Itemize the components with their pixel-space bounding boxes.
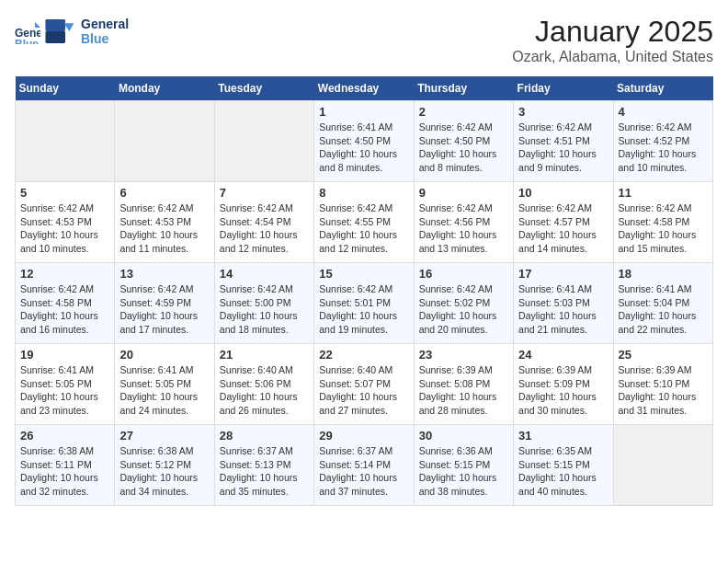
day-info: Sunrise: 6:40 AMSunset: 5:07 PMDaylight:… (319, 363, 408, 418)
week-row-2: 5Sunrise: 6:42 AMSunset: 4:53 PMDaylight… (16, 182, 713, 263)
calendar-cell: 11Sunrise: 6:42 AMSunset: 4:58 PMDayligh… (613, 182, 712, 263)
weekday-header-row: SundayMondayTuesdayWednesdayThursdayFrid… (16, 76, 713, 101)
page-header: General Blue General Blue January 2025 O… (15, 15, 713, 65)
calendar-cell: 17Sunrise: 6:41 AMSunset: 5:03 PMDayligh… (514, 263, 613, 344)
day-info: Sunrise: 6:42 AMSunset: 4:56 PMDaylight:… (419, 201, 508, 256)
calendar-cell: 6Sunrise: 6:42 AMSunset: 4:53 PMDaylight… (115, 182, 214, 263)
week-row-5: 26Sunrise: 6:38 AMSunset: 5:11 PMDayligh… (16, 425, 713, 506)
title-block: January 2025 Ozark, Alabama, United Stat… (512, 15, 713, 65)
day-number: 18 (619, 267, 708, 281)
day-info: Sunrise: 6:36 AMSunset: 5:15 PMDaylight:… (419, 444, 508, 499)
day-number: 21 (220, 348, 309, 362)
week-row-1: 1Sunrise: 6:41 AMSunset: 4:50 PMDaylight… (16, 101, 713, 182)
week-row-3: 12Sunrise: 6:42 AMSunset: 4:58 PMDayligh… (16, 263, 713, 344)
day-info: Sunrise: 6:39 AMSunset: 5:10 PMDaylight:… (619, 363, 708, 418)
day-info: Sunrise: 6:41 AMSunset: 4:50 PMDaylight:… (319, 121, 408, 175)
calendar-cell: 3Sunrise: 6:42 AMSunset: 4:51 PMDaylight… (514, 101, 613, 182)
day-number: 12 (20, 267, 109, 281)
day-info: Sunrise: 6:42 AMSunset: 4:53 PMDaylight:… (119, 201, 209, 256)
day-info: Sunrise: 6:42 AMSunset: 5:00 PMDaylight:… (220, 282, 309, 337)
logo: General Blue General Blue (15, 15, 129, 48)
day-info: Sunrise: 6:39 AMSunset: 5:08 PMDaylight:… (419, 363, 508, 418)
calendar-cell: 8Sunrise: 6:42 AMSunset: 4:55 PMDaylight… (314, 182, 414, 263)
day-number: 5 (20, 186, 109, 200)
day-number: 7 (220, 186, 309, 200)
calendar-table: SundayMondayTuesdayWednesdayThursdayFrid… (15, 76, 713, 506)
calendar-cell (214, 101, 313, 182)
day-number: 2 (419, 105, 508, 119)
svg-rect-3 (45, 31, 65, 43)
calendar-cell: 29Sunrise: 6:37 AMSunset: 5:14 PMDayligh… (314, 425, 414, 506)
day-number: 11 (619, 186, 708, 200)
day-number: 13 (119, 267, 209, 281)
day-info: Sunrise: 6:42 AMSunset: 4:50 PMDaylight:… (419, 121, 508, 175)
day-number: 3 (518, 105, 608, 119)
day-number: 10 (518, 186, 608, 200)
day-number: 25 (619, 348, 708, 362)
svg-rect-4 (45, 19, 65, 31)
day-number: 30 (419, 429, 508, 442)
calendar-cell: 18Sunrise: 6:41 AMSunset: 5:04 PMDayligh… (613, 263, 712, 344)
calendar-cell: 28Sunrise: 6:37 AMSunset: 5:13 PMDayligh… (214, 425, 313, 506)
calendar-cell: 31Sunrise: 6:35 AMSunset: 5:15 PMDayligh… (514, 425, 613, 506)
page-title: January 2025 (512, 15, 713, 49)
day-info: Sunrise: 6:39 AMSunset: 5:09 PMDaylight:… (518, 363, 608, 418)
calendar-cell: 5Sunrise: 6:42 AMSunset: 4:53 PMDaylight… (16, 182, 115, 263)
day-info: Sunrise: 6:40 AMSunset: 5:06 PMDaylight:… (220, 363, 309, 418)
day-info: Sunrise: 6:42 AMSunset: 5:01 PMDaylight:… (319, 282, 408, 337)
day-number: 20 (119, 348, 209, 362)
day-info: Sunrise: 6:42 AMSunset: 4:59 PMDaylight:… (119, 282, 209, 337)
day-info: Sunrise: 6:42 AMSunset: 4:54 PMDaylight:… (220, 201, 309, 256)
svg-marker-5 (64, 23, 74, 31)
day-info: Sunrise: 6:42 AMSunset: 4:51 PMDaylight:… (518, 121, 608, 175)
day-number: 26 (20, 429, 109, 442)
logo-name-general: General (81, 17, 129, 31)
day-info: Sunrise: 6:37 AMSunset: 5:13 PMDaylight:… (220, 444, 309, 499)
weekday-header-wednesday: Wednesday (314, 76, 414, 101)
logo-graphic (44, 15, 77, 48)
weekday-header-saturday: Saturday (613, 76, 712, 101)
day-info: Sunrise: 6:41 AMSunset: 5:03 PMDaylight:… (518, 282, 608, 337)
calendar-cell: 26Sunrise: 6:38 AMSunset: 5:11 PMDayligh… (16, 425, 115, 506)
week-row-4: 19Sunrise: 6:41 AMSunset: 5:05 PMDayligh… (16, 344, 713, 425)
page-subtitle: Ozark, Alabama, United States (512, 49, 713, 65)
logo-icon: General Blue (15, 18, 40, 44)
day-info: Sunrise: 6:41 AMSunset: 5:04 PMDaylight:… (619, 282, 708, 337)
day-number: 19 (20, 348, 109, 362)
day-number: 27 (119, 429, 209, 442)
day-number: 23 (419, 348, 508, 362)
day-number: 28 (220, 429, 309, 442)
day-info: Sunrise: 6:42 AMSunset: 4:53 PMDaylight:… (20, 201, 109, 256)
weekday-header-sunday: Sunday (16, 76, 115, 101)
calendar-cell (613, 425, 712, 506)
calendar-cell: 9Sunrise: 6:42 AMSunset: 4:56 PMDaylight… (414, 182, 513, 263)
day-info: Sunrise: 6:38 AMSunset: 5:12 PMDaylight:… (119, 444, 209, 499)
day-info: Sunrise: 6:41 AMSunset: 5:05 PMDaylight:… (119, 363, 209, 418)
calendar-cell: 13Sunrise: 6:42 AMSunset: 4:59 PMDayligh… (115, 263, 214, 344)
day-number: 1 (319, 105, 408, 119)
day-number: 16 (419, 267, 508, 281)
day-info: Sunrise: 6:42 AMSunset: 4:57 PMDaylight:… (518, 201, 608, 256)
day-number: 24 (518, 348, 608, 362)
day-info: Sunrise: 6:41 AMSunset: 5:05 PMDaylight:… (20, 363, 109, 418)
svg-marker-2 (35, 22, 40, 28)
calendar-cell: 19Sunrise: 6:41 AMSunset: 5:05 PMDayligh… (16, 344, 115, 425)
calendar-cell: 24Sunrise: 6:39 AMSunset: 5:09 PMDayligh… (514, 344, 613, 425)
calendar-cell: 22Sunrise: 6:40 AMSunset: 5:07 PMDayligh… (314, 344, 414, 425)
weekday-header-tuesday: Tuesday (214, 76, 313, 101)
calendar-cell: 23Sunrise: 6:39 AMSunset: 5:08 PMDayligh… (414, 344, 513, 425)
calendar-cell: 30Sunrise: 6:36 AMSunset: 5:15 PMDayligh… (414, 425, 513, 506)
calendar-cell: 10Sunrise: 6:42 AMSunset: 4:57 PMDayligh… (514, 182, 613, 263)
calendar-cell (16, 101, 115, 182)
day-number: 9 (419, 186, 508, 200)
day-info: Sunrise: 6:37 AMSunset: 5:14 PMDaylight:… (319, 444, 408, 499)
calendar-cell (115, 101, 214, 182)
day-info: Sunrise: 6:42 AMSunset: 4:58 PMDaylight:… (20, 282, 109, 337)
day-number: 17 (518, 267, 608, 281)
day-info: Sunrise: 6:42 AMSunset: 4:58 PMDaylight:… (619, 201, 708, 256)
calendar-cell: 15Sunrise: 6:42 AMSunset: 5:01 PMDayligh… (314, 263, 414, 344)
day-number: 14 (220, 267, 309, 281)
calendar-cell: 2Sunrise: 6:42 AMSunset: 4:50 PMDaylight… (414, 101, 513, 182)
calendar-cell: 14Sunrise: 6:42 AMSunset: 5:00 PMDayligh… (214, 263, 313, 344)
day-number: 31 (518, 429, 608, 442)
